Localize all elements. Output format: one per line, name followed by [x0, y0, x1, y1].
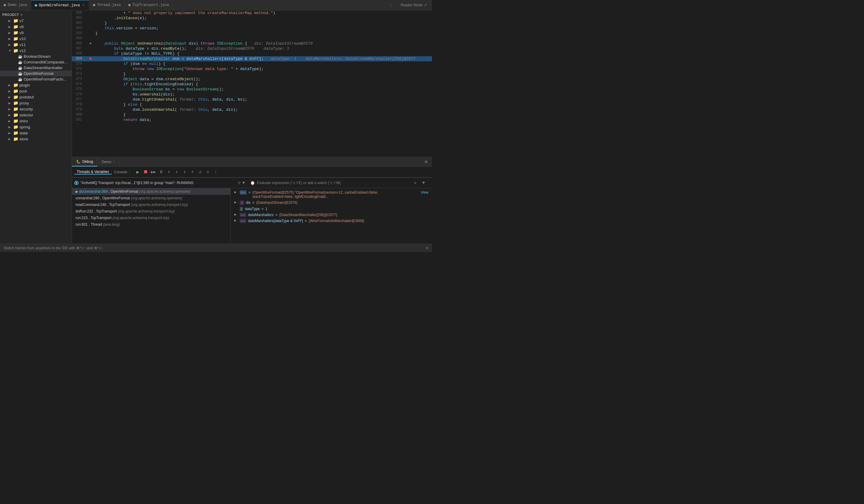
sidebar-item-selector[interactable]: ▶ 📁 selector [0, 112, 72, 118]
var-item-dm2[interactable]: ▶ ∞∞ dataMarshallers[dataType & 0xFF] = … [231, 218, 432, 224]
label-selector: selector [20, 113, 33, 117]
filter-icon[interactable]: ▽ [238, 181, 241, 186]
var-expand-this[interactable]: ▶ [234, 190, 238, 194]
tab-openwireformat[interactable]: OpenWireFormat.java × [31, 0, 89, 10]
code-line-379: 379 dsm.looseUnmarshal( format: this, da… [72, 107, 432, 112]
sidebar-item-shiro[interactable]: ▶ 📁 shiro [0, 118, 72, 124]
frame-item-0[interactable]: ▶ doUnmarshal:369 , OpenWireFormat (org.… [72, 188, 230, 195]
label-pool: pool [20, 89, 27, 94]
resume-prog-btn[interactable]: ▶▶ [150, 169, 157, 176]
label-v10: v10 [20, 37, 26, 41]
gutter-361 [87, 15, 94, 21]
sidebar-item-store[interactable]: ▶ 📁 store [0, 136, 72, 142]
tab-dot-openwire [35, 4, 37, 7]
var-expand-dis[interactable]: ▶ [234, 200, 238, 204]
close-debug-btn[interactable]: ✕ [204, 169, 212, 176]
sidebar-item-commandid[interactable]: ☕ CommandIdComparate... [0, 59, 72, 65]
reset-btn[interactable]: ↺ [196, 169, 204, 176]
frame-item-1[interactable]: unmarshal:290 , OpenWireFormat (org.apac… [72, 195, 230, 201]
debug-tab-debug[interactable]: 🐛 Debug [72, 157, 97, 167]
demo-tab-close[interactable]: × [113, 160, 115, 163]
sidebar-header[interactable]: Project ▾ [0, 12, 72, 18]
sidebar-item-boolstream[interactable]: ☕ BooleanStream [0, 53, 72, 59]
label-state: state [20, 131, 28, 135]
threads-vars-label: Threads & Variables [77, 170, 109, 174]
label-v11: v11 [20, 42, 26, 47]
code-line-376: 376 bs.unmarshal(dis); [72, 92, 432, 97]
folder-icon-v12: 📁 [13, 48, 18, 53]
tab-thread-java[interactable]: Thread.java [89, 0, 124, 10]
arrow-security: ▶ [8, 108, 12, 111]
tab-dot-tcp [128, 4, 131, 6]
line-content-372: } [94, 72, 432, 77]
tab-tcptransport[interactable]: TcpTransport.java [124, 0, 173, 10]
expand-debug-btn[interactable]: ⊞ [422, 158, 430, 165]
sidebar-item-v11[interactable]: ▶ 📁 v11 [0, 41, 72, 48]
step-over-btn[interactable]: ⬇ [165, 169, 172, 176]
sidebar-item-v7[interactable]: ▶ 📁 v7 [0, 18, 72, 24]
sidebar-item-openwireformat[interactable]: ☕ OpenWireFormat [0, 71, 72, 76]
resume-btn[interactable]: ▶ [134, 169, 141, 176]
step-back-btn[interactable]: ⬇ [189, 169, 196, 176]
sidebar-item-datastreammarshaller[interactable]: ☕ DataStreamMarshaller [0, 65, 72, 71]
line-content-366: public Object doUnmarshal(DataInput dis)… [94, 41, 432, 46]
var-item-this[interactable]: ▶ this = {OpenWireFormat@2575} "OpenWire… [231, 189, 432, 200]
filter-dropdown[interactable]: ▼ [242, 181, 245, 185]
sidebar-item-owff[interactable]: ☕ OpenWireFormatFacto... [0, 76, 72, 82]
arrow-state: ▶ [8, 131, 12, 135]
tab-threads-vars[interactable]: Threads & Variables [74, 170, 112, 174]
reader-mode-check[interactable]: ✓ [424, 3, 427, 7]
debug-tab-demo[interactable]: Demo × [97, 157, 119, 167]
frame-package-4: (org.apache.activemq.transport.tcp) [112, 216, 169, 220]
sidebar-item-v9[interactable]: ▶ 📁 v9 [0, 29, 72, 36]
folder-icon-v7: 📁 [13, 18, 18, 23]
label-shiro: shiro [20, 119, 28, 123]
step-into-btn[interactable]: ⬆ [173, 169, 180, 176]
collapse-evaluate-btn[interactable]: ▼ [420, 179, 427, 186]
folder-icon-state: 📁 [13, 131, 18, 135]
frame-item-3[interactable]: doRun:232 , TcpTransport (org.apache.act… [72, 208, 230, 214]
frame-class-3: , TcpTransport [94, 209, 118, 213]
folder-icon-security: 📁 [13, 107, 18, 111]
sidebar-item-v8[interactable]: ▶ 📁 v8 [0, 24, 72, 29]
frame-item-4[interactable]: run:215 , TcpTransport (org.apache.activ… [72, 214, 230, 221]
stop-btn[interactable]: ⏹ [142, 169, 149, 176]
sidebar-item-plugin[interactable]: ▶ 📁 plugin [0, 82, 72, 88]
sidebar-item-pool[interactable]: ▶ 📁 pool [0, 88, 72, 94]
var-link-this[interactable]: View [421, 190, 429, 195]
sidebar-item-spring[interactable]: ▶ 📁 spring [0, 124, 72, 130]
sidebar-item-v12[interactable]: ▼ 📁 v12 [0, 48, 72, 53]
sidebar-item-protobuf[interactable]: ▶ 📁 protobuf [0, 94, 72, 100]
folder-icon-shiro: 📁 [13, 119, 18, 123]
var-item-dis[interactable]: ▶ ⊙ dis = {DataInputStream@2576} [231, 200, 432, 206]
folder-icon-proxy: 📁 [13, 101, 18, 105]
main-layout: Project ▾ ▶ 📁 v7 ▶ 📁 v8 ▶ 📁 v9 ▶ 📁 v10 ▶… [0, 11, 432, 244]
status-close-btn[interactable]: ✕ [425, 246, 429, 250]
frame-item-2[interactable]: readCommand:240 , TcpTransport (org.apac… [72, 201, 230, 208]
add-watch-btn[interactable]: ＋ [412, 179, 419, 186]
frame-class-1: , OpenWireFormat [100, 196, 131, 200]
tab-more-icon: ⋮ [389, 3, 393, 8]
var-expand-dm2[interactable]: ▶ [234, 219, 238, 222]
more-debug-btn[interactable]: ⋮ [212, 169, 219, 176]
gutter-366: ◈ [87, 41, 94, 46]
tab-more-btn[interactable]: ⋮ [386, 0, 396, 10]
sidebar-item-proxy[interactable]: ▶ 📁 proxy [0, 100, 72, 106]
var-item-dm[interactable]: ▶ ∞∞ dataMarshallers = {DataStreamMarsha… [231, 212, 432, 218]
var-item-datatype[interactable]: ∂ dataType = 1 [231, 206, 432, 212]
sidebar-item-security[interactable]: ▶ 📁 security [0, 106, 72, 112]
var-expand-dm[interactable]: ▶ [234, 213, 238, 216]
tab-demo-java[interactable]: Demo.java [0, 0, 31, 10]
debug-content: ▶ doUnmarshal:369 , OpenWireFormat (org.… [72, 188, 432, 244]
sidebar-item-state[interactable]: ▶ 📁 state [0, 130, 72, 136]
var-value-dm: {DataStreamMarshaller[256]@2577} [279, 213, 337, 217]
sidebar-item-v10[interactable]: ▶ 📁 v10 [0, 36, 72, 41]
line-num-366: 366 [72, 41, 87, 46]
step-out-btn[interactable]: ⬆ [181, 169, 188, 176]
frame-item-5[interactable]: run:831 , Thread (java.lang) [72, 221, 230, 228]
tab-console[interactable]: Console [112, 170, 130, 174]
code-container[interactable]: 360 + " does not properly implement the … [72, 11, 432, 157]
tab-close-openwire[interactable]: × [82, 3, 85, 7]
pause-btn[interactable]: ⏸ [158, 169, 165, 176]
evaluate-placeholder: Evaluate expression (⌥⇧E) or add a watch… [257, 181, 340, 185]
